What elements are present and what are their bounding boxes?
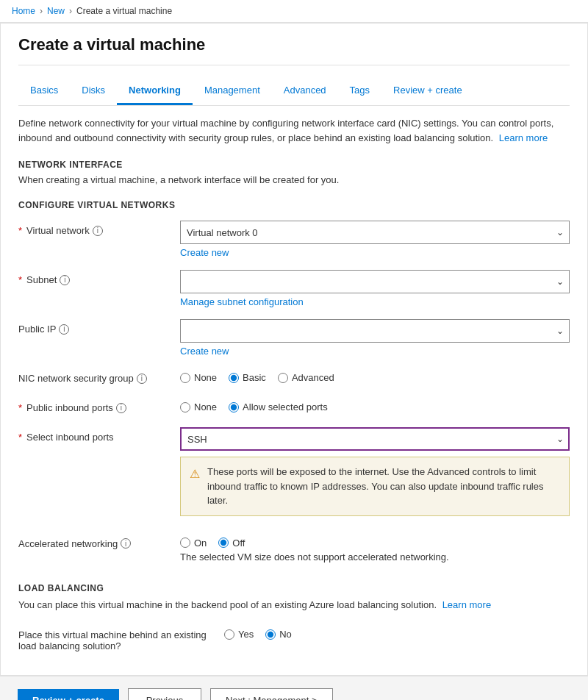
warning-box: ⚠ These ports will be exposed to the int… [180,457,570,516]
public-inbound-ports-control: None Allow selected ports [180,398,570,413]
nic-security-radio-group: None Basic Advanced [180,368,570,383]
nic-security-group-row: NIC network security group i None Basic … [18,362,570,392]
subnet-dropdown-wrapper: ⌄ [180,270,570,293]
main-content: Create a virtual machine Basics Disks Ne… [0,23,588,676]
nic-security-group-control: None Basic Advanced [180,368,570,383]
lb-place-label: Place this virtual machine behind an exi… [18,625,224,651]
network-interface-subtext: When creating a virtual machine, a netwo… [18,174,570,185]
networking-description: Define network connectivity for your vir… [18,116,570,145]
network-interface-header: NETWORK INTERFACE [18,160,570,170]
next-management-button[interactable]: Next : Management > [210,688,333,700]
inbound-none[interactable]: None [180,401,217,413]
accel-networking-info-icon[interactable]: i [121,538,131,549]
subnet-select[interactable] [180,270,570,293]
inbound-allow-selected[interactable]: Allow selected ports [229,401,328,413]
virtual-network-control: Virtual network 0 ⌄ Create new [180,221,570,258]
inbound-required-star: * [18,402,22,413]
public-ip-dropdown-wrapper: ⌄ [180,319,570,343]
virtual-network-row: * Virtual network i Virtual network 0 ⌄ … [18,215,570,264]
public-ip-control: ⌄ Create new [180,319,570,357]
breadcrumb-bar: Home › New › Create a virtual machine [0,0,588,23]
virtual-network-dropdown-wrapper: Virtual network 0 ⌄ [180,221,570,244]
configure-vnet-header: CONFIGURE VIRTUAL NETWORKS [18,200,570,210]
tab-management[interactable]: Management [193,77,272,105]
tab-basics[interactable]: Basics [18,77,70,105]
create-new-public-ip-link[interactable]: Create new [180,346,229,357]
load-balancing-header: LOAD BALANCING [18,583,570,593]
breadcrumb-current: Create a virtual machine [76,6,172,16]
accelerated-networking-label: Accelerated networking i [18,534,180,549]
breadcrumb: Home › New › Create a virtual machine [12,6,576,16]
accelerated-networking-control: On Off The selected VM size does not sup… [180,534,570,562]
nic-security-info-icon[interactable]: i [137,374,147,384]
inbound-ports-info-icon[interactable]: i [116,403,126,413]
nic-security-none[interactable]: None [180,372,217,383]
subnet-info-icon[interactable]: i [60,275,70,285]
vnet-required-star: * [18,225,22,236]
select-inbound-dropdown-wrapper: SSH HTTP HTTPS RDP ⌄ [180,427,570,451]
select-inbound-ports-control: SSH HTTP HTTPS RDP ⌄ ⚠ These ports will … [180,427,570,516]
create-new-vnet-link[interactable]: Create new [180,247,229,258]
tab-advanced[interactable]: Advanced [272,77,338,105]
virtual-network-label: * Virtual network i [18,221,180,236]
load-balancing-description: You can place this virtual machine in th… [18,598,570,612]
accel-on[interactable]: On [180,538,207,549]
public-inbound-ports-label: * Public inbound ports i [18,398,180,413]
tabs-bar: Basics Disks Networking Management Advan… [18,77,570,106]
public-inbound-ports-row: * Public inbound ports i None Allow sele… [18,392,570,421]
public-ip-info-icon[interactable]: i [59,324,69,335]
nic-security-advanced[interactable]: Advanced [278,372,334,383]
warning-triangle-icon: ⚠ [190,465,200,483]
lb-place-radio-group: Yes No [224,625,570,640]
public-ip-select[interactable] [180,319,570,343]
public-inbound-radio-group: None Allow selected ports [180,398,570,413]
nic-security-basic[interactable]: Basic [229,372,266,383]
page-title: Create a virtual machine [18,24,570,65]
select-inbound-required-star: * [18,432,22,443]
virtual-network-select[interactable]: Virtual network 0 [180,221,570,244]
tab-disks[interactable]: Disks [70,77,117,105]
tab-networking[interactable]: Networking [117,77,193,105]
learn-more-link[interactable]: Learn more [499,132,548,143]
subnet-row: * Subnet i ⌄ Manage subnet configuration [18,264,570,313]
review-create-button[interactable]: Review + create [18,689,119,700]
lb-place-row: Place this virtual machine behind an exi… [18,619,570,657]
footer-bar: Review + create Previous Next : Manageme… [0,676,588,700]
manage-subnet-link[interactable]: Manage subnet configuration [180,296,304,307]
page-wrapper: Home › New › Create a virtual machine Cr… [0,0,588,700]
accel-off[interactable]: Off [218,538,245,549]
subnet-label: * Subnet i [18,270,180,285]
tab-review-create[interactable]: Review + create [381,77,474,105]
select-inbound-ports-select[interactable]: SSH HTTP HTTPS RDP [180,427,570,451]
select-inbound-ports-label: * Select inbound ports [18,427,180,443]
public-ip-label: Public IP i [18,319,180,335]
subnet-control: ⌄ Manage subnet configuration [180,270,570,307]
select-inbound-ports-row: * Select inbound ports SSH HTTP HTTPS RD… [18,421,570,522]
lb-learn-more-link[interactable]: Learn more [442,599,491,610]
breadcrumb-new[interactable]: New [47,6,65,16]
accel-networking-radio-group: On Off [180,534,245,549]
breadcrumb-home[interactable]: Home [12,6,35,16]
lb-yes[interactable]: Yes [224,629,254,640]
subnet-required-star: * [18,274,22,285]
form-grid: * Virtual network i Virtual network 0 ⌄ … [18,215,570,568]
lb-no[interactable]: No [265,629,292,640]
vnet-info-icon[interactable]: i [93,226,103,236]
accelerated-networking-row: Accelerated networking i On Off [18,528,570,568]
breadcrumb-sep2: › [69,6,72,16]
tab-tags[interactable]: Tags [338,77,381,105]
accel-networking-note: The selected VM size does not support ac… [180,551,570,562]
load-balancing-section: LOAD BALANCING You can place this virtua… [18,583,570,658]
public-ip-row: Public IP i ⌄ Create new [18,313,570,362]
previous-button[interactable]: Previous [128,688,201,700]
nic-security-group-label: NIC network security group i [18,368,180,384]
lb-place-control: Yes No [224,625,570,640]
breadcrumb-sep1: › [40,6,43,16]
